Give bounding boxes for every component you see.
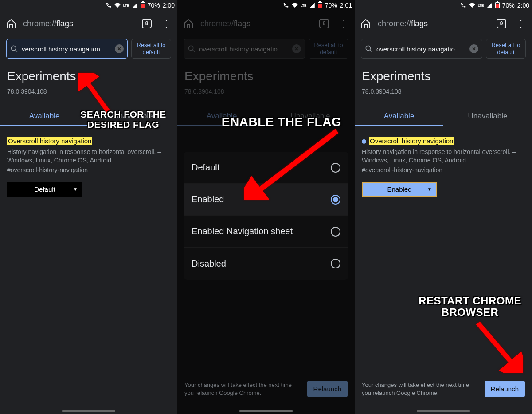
search-text[interactable] (22, 45, 111, 53)
relaunch-footer: Your changes will take effect the next t… (177, 375, 355, 402)
clear-search-icon[interactable] (469, 44, 478, 53)
flags-tabs: Available Unavailable (177, 107, 355, 126)
relaunch-note: Your changes will take effect the next t… (184, 381, 303, 397)
option-enabled-nav-sheet[interactable]: Enabled Navigation sheet (184, 216, 348, 248)
svg-point-1 (188, 46, 193, 51)
dropdown-value: Enabled (387, 185, 411, 193)
battery-icon (318, 2, 322, 8)
flag-dropdown[interactable]: Default ▼ (7, 182, 82, 197)
battery-icon (141, 2, 145, 8)
overflow-menu-icon[interactable]: ⋮ (159, 16, 174, 31)
tab-switcher[interactable]: 9 (139, 16, 154, 31)
flags-search-input[interactable] (361, 39, 482, 59)
clock: 2:00 (517, 2, 529, 9)
url-path: flags (56, 19, 73, 28)
option-disabled[interactable]: Disabled (184, 248, 348, 280)
reset-all-button[interactable]: Reset all to default (131, 39, 171, 59)
option-label: Default (192, 162, 219, 173)
svg-point-2 (366, 46, 371, 51)
gesture-pill (239, 410, 293, 412)
reset-all-button[interactable]: Reset all to default (309, 39, 348, 59)
search-icon (188, 45, 196, 53)
gesture-pill (62, 410, 115, 412)
tab-available[interactable]: Available (355, 107, 443, 126)
option-label: Enabled Navigation sheet (192, 226, 293, 237)
tab-available[interactable]: Available (0, 107, 89, 126)
search-text[interactable] (376, 45, 466, 53)
experiments-heading: Experiments (177, 61, 355, 86)
option-enabled[interactable]: Enabled (184, 184, 348, 216)
url-bar[interactable]: chrome://flags (23, 19, 135, 28)
status-bar: LTE 70% 2:00 (355, 0, 532, 11)
changed-dot-icon (362, 139, 366, 144)
tab-switcher[interactable]: 9 (494, 16, 509, 31)
battery-percent: 70% (502, 2, 515, 9)
relaunch-button[interactable]: Relaunch (307, 381, 348, 397)
search-text[interactable] (199, 45, 289, 53)
battery-icon (495, 2, 500, 8)
signal-icon (309, 2, 315, 8)
svg-point-0 (11, 46, 16, 51)
url-prefix: chrome:// (23, 19, 56, 28)
omnibox-row: chrome://flags 9 ⋮ (0, 11, 177, 36)
home-icon[interactable] (358, 16, 373, 31)
experiments-heading: Experiments (0, 61, 177, 86)
chrome-version: 78.0.3904.108 (355, 86, 532, 95)
flag-hash[interactable]: #overscroll-history-navigation (362, 166, 525, 173)
flags-tabs: Available Unavailable (355, 107, 532, 126)
relaunch-button[interactable]: Relaunch (485, 381, 525, 397)
option-label: Disabled (192, 259, 226, 269)
clock: 2:00 (163, 2, 175, 9)
overflow-menu-icon[interactable]: ⋮ (513, 16, 528, 31)
url-path: flags (411, 19, 428, 28)
tab-unavailable[interactable]: Unavailable (443, 107, 532, 126)
flag-hash[interactable]: #overscroll-history-navigation (7, 166, 170, 173)
reset-all-button[interactable]: Reset all to default (486, 39, 526, 59)
tab-switcher[interactable]: 9 (317, 16, 332, 31)
url-bar[interactable]: chrome://flags (378, 19, 489, 28)
wifi-icon (114, 2, 121, 8)
relaunch-footer: Your changes will take effect the next t… (355, 375, 532, 402)
tab-count: 9 (319, 19, 329, 28)
overflow-menu-icon[interactable]: ⋮ (336, 16, 351, 31)
network-label: LTE (301, 4, 306, 8)
relaunch-note: Your changes will take effect the next t… (362, 381, 480, 397)
option-default[interactable]: Default (184, 152, 348, 184)
home-icon[interactable] (4, 16, 19, 31)
url-bar[interactable]: chrome://flags (200, 19, 312, 28)
flag-title: Overscroll history navigation (7, 137, 92, 145)
flag-item: Overscroll history navigation History na… (355, 126, 532, 176)
flag-options-popup: Default Enabled Enabled Navigation sheet… (184, 152, 348, 280)
url-prefix: chrome:// (200, 19, 234, 28)
tab-count: 9 (497, 19, 506, 28)
chrome-version: 78.0.3904.108 (0, 86, 177, 95)
tab-unavailable[interactable]: Unavailable (89, 107, 177, 126)
clear-search-icon[interactable] (292, 44, 301, 53)
volte-icon (106, 2, 112, 8)
flags-search-input[interactable] (6, 39, 128, 59)
search-icon (10, 45, 18, 53)
flags-tabs: Available Unavailable (0, 107, 177, 126)
tab-available[interactable]: Available (177, 107, 266, 126)
wifi-icon (292, 2, 298, 8)
home-icon[interactable] (181, 16, 196, 31)
dropdown-value: Default (34, 185, 55, 193)
flag-item: Overscroll history navigation History na… (0, 126, 177, 176)
annotation-caption: RESTART CHROME BROWSER (408, 295, 532, 319)
option-label: Enabled (192, 194, 224, 205)
flag-title: Overscroll history navigation (369, 137, 454, 145)
signal-icon (486, 2, 493, 8)
clear-search-icon[interactable] (115, 44, 124, 53)
chevron-down-icon: ▼ (73, 187, 78, 192)
status-bar: LTE 70% 2:01 (177, 0, 355, 11)
radio-icon (331, 227, 340, 237)
search-icon (365, 45, 373, 53)
clock: 2:01 (340, 2, 352, 9)
url-prefix: chrome:// (378, 19, 411, 28)
flag-dropdown[interactable]: Enabled ▼ (362, 182, 437, 197)
volte-icon (460, 2, 466, 8)
gesture-pill (417, 410, 470, 412)
chevron-down-icon: ▼ (427, 187, 432, 192)
tab-unavailable[interactable]: Unavailable (266, 107, 355, 126)
flags-search-input[interactable] (184, 39, 305, 59)
